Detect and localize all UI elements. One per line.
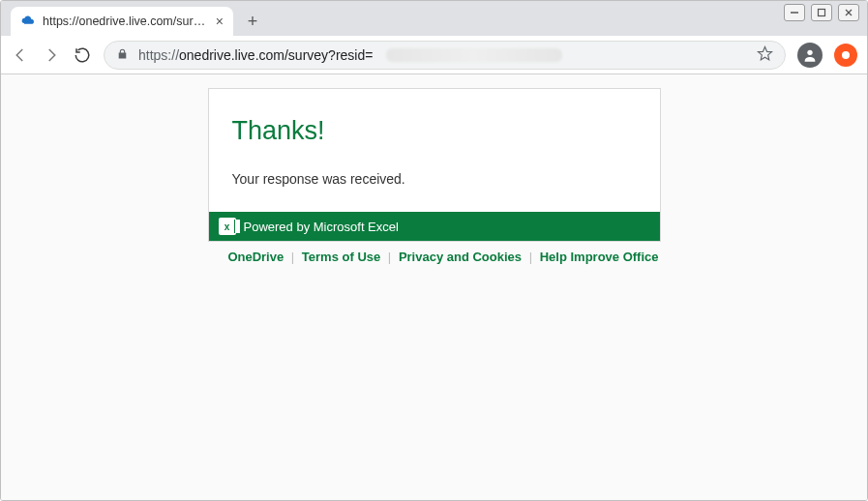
address-bar[interactable]: https://onedrive.live.com/survey?resid=	[104, 41, 786, 70]
link-onedrive[interactable]: OneDrive	[227, 250, 284, 264]
lock-icon	[116, 47, 129, 63]
svg-marker-4	[758, 46, 771, 59]
onedrive-favicon-icon	[20, 14, 36, 29]
link-privacy[interactable]: Privacy and Cookies	[399, 250, 522, 264]
bookmark-star-icon[interactable]	[757, 45, 773, 65]
url-scheme: https://	[138, 47, 179, 63]
powered-by-label: Powered by Microsoft Excel	[244, 220, 399, 234]
extension-badge-icon[interactable]	[834, 44, 857, 67]
tab-strip: https://onedrive.live.com/survey? × +	[1, 1, 867, 36]
maximize-button[interactable]	[811, 4, 832, 21]
back-button[interactable]	[11, 45, 30, 65]
forward-button[interactable]	[42, 45, 61, 65]
browser-toolbar: https://onedrive.live.com/survey?resid=	[1, 36, 867, 74]
minimize-button[interactable]	[784, 4, 805, 21]
separator: |	[384, 250, 395, 264]
separator: |	[287, 250, 298, 264]
url-text: https://onedrive.live.com/survey?resid=	[138, 47, 373, 63]
reload-button[interactable]	[73, 45, 92, 65]
url-path: onedrive.live.com/survey?resid=	[179, 47, 373, 63]
close-window-button[interactable]	[838, 4, 859, 21]
excel-icon: x	[219, 218, 236, 235]
thanks-heading: Thanks!	[232, 116, 637, 146]
window-controls	[784, 4, 859, 21]
confirmation-message: Your response was received.	[232, 171, 637, 187]
separator: |	[525, 250, 536, 264]
svg-point-6	[842, 51, 850, 59]
link-terms[interactable]: Terms of Use	[302, 250, 380, 264]
new-tab-button[interactable]: +	[239, 8, 266, 35]
tab-title: https://onedrive.live.com/survey?	[43, 15, 209, 28]
profile-avatar-icon[interactable]	[797, 43, 823, 68]
page-content: Thanks! Your response was received. x Po…	[1, 74, 867, 500]
svg-rect-1	[819, 10, 825, 16]
link-improve[interactable]: Help Improve Office	[540, 250, 659, 264]
svg-point-5	[807, 49, 812, 54]
browser-tab[interactable]: https://onedrive.live.com/survey? ×	[11, 7, 233, 36]
url-obscured-segment	[386, 48, 561, 62]
tab-close-icon[interactable]: ×	[216, 15, 224, 28]
card-footer: x Powered by Microsoft Excel	[209, 212, 660, 241]
confirmation-card: Thanks! Your response was received. x Po…	[208, 88, 661, 242]
footer-links: OneDrive | Terms of Use | Privacy and Co…	[208, 242, 661, 272]
